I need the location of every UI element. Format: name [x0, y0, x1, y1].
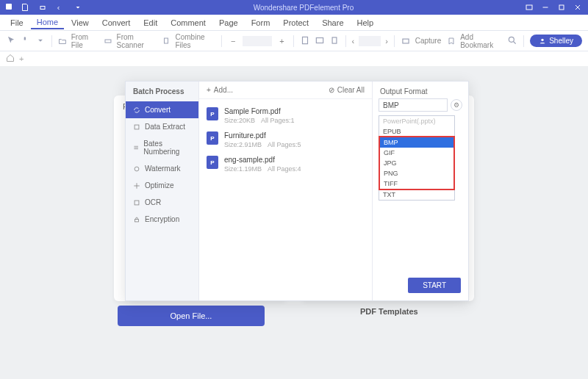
undo-icon[interactable] — [54, 1, 66, 13]
search-icon[interactable] — [507, 35, 517, 47]
side-encryption[interactable]: Encryption — [126, 211, 198, 228]
home-icon[interactable] — [6, 54, 15, 64]
clear-all-button[interactable]: ⊘ Clear All — [329, 86, 365, 94]
prev-page-icon[interactable]: ‹ — [351, 37, 354, 46]
file-row[interactable]: P Furniture.pdfSize:2.91MBAll Pages:5 — [204, 128, 368, 152]
page-fit-icon[interactable] — [300, 35, 310, 47]
menu-file[interactable]: File — [4, 17, 29, 29]
next-page-icon[interactable]: › — [385, 37, 388, 46]
from-scanner-button[interactable]: From Scanner — [104, 33, 157, 49]
pdf-icon: P — [207, 156, 218, 169]
side-ocr[interactable]: OCR — [126, 194, 198, 211]
minimize-icon[interactable] — [539, 1, 551, 13]
page-actual-icon[interactable] — [329, 35, 340, 47]
templates-label: PDF Templates — [360, 307, 418, 316]
dd-option[interactable]: TIFF — [380, 178, 453, 189]
menu-protect[interactable]: Protect — [277, 17, 315, 29]
zoom-field[interactable] — [243, 36, 272, 46]
mail-icon[interactable] — [523, 1, 535, 13]
format-select[interactable]: BMP — [379, 98, 448, 112]
svg-rect-8 — [316, 37, 323, 43]
dd-option[interactable]: PNG — [380, 168, 453, 178]
svg-rect-4 — [559, 5, 564, 10]
menu-page[interactable]: Page — [213, 17, 244, 29]
close-icon[interactable] — [572, 1, 584, 13]
menubar: File Home View Convert Edit Comment Page… — [0, 15, 588, 31]
svg-rect-1 — [40, 7, 45, 10]
dd-option[interactable]: EPUB — [379, 126, 454, 137]
print-icon[interactable] — [37, 1, 49, 13]
side-convert[interactable]: Convert — [126, 101, 198, 118]
svg-rect-10 — [403, 39, 409, 43]
side-bates[interactable]: Bates Numbering — [126, 135, 198, 160]
add-file-button[interactable]: + Add... — [207, 86, 233, 94]
save-icon[interactable] — [19, 1, 31, 13]
menu-view[interactable]: View — [65, 17, 95, 29]
svg-rect-6 — [164, 38, 168, 43]
svg-rect-7 — [302, 37, 307, 43]
maximize-icon[interactable] — [556, 1, 567, 13]
bookmark-button[interactable]: Add Bookmark — [447, 33, 501, 49]
zoom-in-icon[interactable]: + — [276, 37, 287, 46]
side-data-extract[interactable]: Data Extract — [126, 118, 198, 135]
side-watermark[interactable]: Watermark — [126, 160, 198, 177]
menu-form[interactable]: Form — [245, 17, 276, 29]
svg-rect-9 — [332, 37, 337, 43]
page-field[interactable] — [359, 36, 381, 46]
svg-rect-0 — [6, 4, 12, 10]
menu-convert[interactable]: Convert — [96, 17, 137, 29]
file-row[interactable]: P Sample Form.pdfSize:20KBAll Pages:1 — [204, 104, 368, 128]
svg-rect-2 — [526, 5, 532, 10]
svg-point-18 — [135, 167, 139, 171]
format-dropdown: PowerPoint(.pptx) EPUB BMP GIF JPG PNG T… — [379, 115, 455, 201]
svg-rect-14 — [135, 125, 139, 129]
breadcrumb: + — [0, 51, 588, 66]
svg-rect-20 — [135, 219, 139, 221]
menu-help[interactable]: Help — [351, 17, 380, 29]
start-button[interactable]: START — [408, 278, 461, 293]
capture-button[interactable]: Capture — [401, 36, 442, 46]
page-width-icon[interactable] — [315, 35, 325, 47]
svg-rect-5 — [105, 40, 111, 43]
zoom-out-icon[interactable]: − — [228, 37, 238, 46]
menu-comment[interactable]: Comment — [165, 17, 212, 29]
user-pill[interactable]: Shelley — [530, 35, 582, 47]
pdf-icon: P — [207, 107, 218, 120]
dd-option[interactable]: PowerPoint(.pptx) — [379, 116, 454, 126]
hand-icon[interactable] — [21, 35, 31, 47]
svg-point-11 — [509, 37, 514, 42]
menu-home[interactable]: Home — [31, 16, 64, 29]
window-title: Wondershare PDFelement Pro — [84, 4, 523, 12]
file-row[interactable]: P eng-sample.pdfSize:1.19MBAll Pages:4 — [204, 152, 368, 176]
chevron-down-icon[interactable] — [35, 35, 46, 47]
svg-point-13 — [542, 38, 544, 40]
titlebar: Wondershare PDFelement Pro — [0, 0, 588, 15]
dd-option[interactable]: JPG — [380, 158, 453, 168]
dd-option[interactable]: GIF — [380, 148, 453, 158]
from-file-button[interactable]: From File — [58, 33, 98, 49]
combine-files-button[interactable]: Combine Files — [162, 33, 215, 49]
dialog-title: Batch Process — [126, 82, 198, 101]
add-tab-icon[interactable]: + — [19, 54, 24, 63]
dd-option[interactable]: BMP — [380, 137, 453, 148]
output-format-label: Output Format — [373, 82, 468, 98]
side-optimize[interactable]: Optimize — [126, 177, 198, 194]
dd-option[interactable]: TXT — [379, 190, 454, 200]
settings-icon[interactable]: ⚙ — [451, 99, 462, 111]
open-file-button[interactable]: Open File... — [118, 306, 265, 326]
pdf-icon: P — [207, 131, 218, 145]
app-icon — [4, 2, 13, 12]
cursor-icon[interactable] — [6, 35, 16, 47]
toolbar: From File From Scanner Combine Files − +… — [0, 31, 588, 51]
menu-edit[interactable]: Edit — [137, 17, 163, 29]
batch-process-dialog: × Batch Process Convert Data Extract Bat… — [125, 81, 469, 301]
svg-rect-19 — [135, 201, 139, 205]
menu-share[interactable]: Share — [316, 17, 349, 29]
dropdown-icon[interactable] — [72, 1, 84, 13]
svg-line-12 — [514, 41, 516, 43]
